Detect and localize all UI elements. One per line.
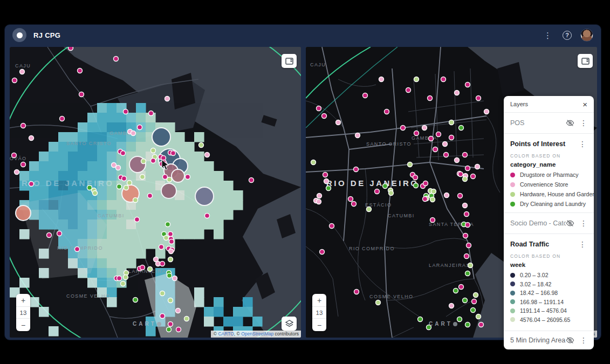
- poi-dot[interactable]: [459, 285, 464, 290]
- poi-dot[interactable]: [471, 174, 476, 179]
- poi-dot[interactable]: [317, 200, 321, 204]
- poi-dot[interactable]: [173, 276, 177, 281]
- layer-options-icon[interactable]: ⋮: [579, 119, 588, 127]
- poi-dot[interactable]: [355, 133, 360, 138]
- poi-dot[interactable]: [406, 88, 411, 93]
- poi-dot[interactable]: [443, 142, 448, 147]
- poi-dot[interactable]: [78, 68, 83, 73]
- poi-dot[interactable]: [441, 77, 446, 82]
- poi-dot[interactable]: [131, 131, 136, 136]
- poi-dot[interactable]: [168, 257, 173, 262]
- poi-dot[interactable]: [330, 224, 334, 229]
- poi-dot[interactable]: [401, 126, 406, 131]
- poi-dot[interactable]: [323, 173, 328, 177]
- poi-dot[interactable]: [138, 125, 142, 130]
- poi-dot[interactable]: [164, 236, 169, 241]
- poi-dot[interactable]: [436, 132, 441, 137]
- poi-dot[interactable]: [160, 314, 165, 319]
- poi-dot[interactable]: [184, 317, 189, 321]
- poi-dot[interactable]: [326, 186, 331, 191]
- poi-dot[interactable]: [167, 327, 172, 332]
- graduated-bubble[interactable]: [16, 205, 31, 221]
- poi-dot[interactable]: [151, 148, 156, 153]
- poi-dot[interactable]: [455, 91, 460, 95]
- poi-dot[interactable]: [444, 193, 449, 198]
- poi-dot[interactable]: [467, 243, 471, 248]
- poi-dot[interactable]: [429, 136, 434, 141]
- poi-dot[interactable]: [458, 194, 463, 198]
- poi-dot[interactable]: [93, 191, 98, 196]
- poi-dot[interactable]: [324, 179, 329, 184]
- poi-dot[interactable]: [124, 109, 128, 114]
- poi-dot[interactable]: [465, 83, 470, 87]
- poi-dot[interactable]: [322, 114, 327, 119]
- poi-dot[interactable]: [20, 70, 25, 74]
- poi-dot[interactable]: [474, 293, 478, 298]
- poi-dot[interactable]: [169, 249, 174, 254]
- poi-dot[interactable]: [168, 232, 173, 237]
- poi-dot[interactable]: [352, 202, 357, 207]
- poi-dot[interactable]: [414, 77, 419, 82]
- poi-dot[interactable]: [464, 254, 469, 259]
- poi-dot[interactable]: [15, 170, 19, 175]
- poi-dot[interactable]: [141, 159, 146, 164]
- poi-dot[interactable]: [186, 175, 190, 180]
- poi-dot[interactable]: [376, 300, 381, 305]
- poi-dot[interactable]: [375, 189, 380, 194]
- zoom-out-button[interactable]: −: [16, 319, 30, 331]
- split-view-button[interactable]: [282, 54, 297, 68]
- poi-dot[interactable]: [127, 181, 132, 186]
- poi-dot[interactable]: [317, 106, 321, 111]
- poi-dot[interactable]: [471, 308, 476, 313]
- poi-dot[interactable]: [148, 267, 153, 272]
- poi-dot[interactable]: [148, 194, 153, 198]
- poi-dot[interactable]: [114, 57, 119, 61]
- poi-dot[interactable]: [385, 109, 389, 114]
- basemap-selector-button[interactable]: [282, 317, 297, 331]
- map-panel-left[interactable]: CAJUCRISTOVÃOSANTO CRISTOGAMBOARIO DE JA…: [10, 47, 301, 338]
- poi-dot[interactable]: [444, 153, 449, 157]
- poi-dot[interactable]: [311, 160, 316, 165]
- poi-dot[interactable]: [475, 164, 480, 169]
- layer-options-icon[interactable]: ⋮: [578, 140, 587, 148]
- layer-row-driving-area[interactable]: 5 Min Driving Area ⋮: [504, 331, 594, 349]
- poi-dot[interactable]: [116, 166, 121, 170]
- poi-dot[interactable]: [422, 126, 427, 131]
- poi-dot[interactable]: [430, 197, 435, 202]
- poi-dot[interactable]: [57, 231, 62, 236]
- user-avatar[interactable]: [580, 29, 593, 42]
- poi-dot[interactable]: [465, 223, 470, 228]
- poi-dot[interactable]: [167, 273, 172, 278]
- close-icon[interactable]: ×: [582, 100, 587, 108]
- layer-options-icon[interactable]: ⋮: [579, 219, 588, 228]
- poi-dot[interactable]: [205, 153, 210, 157]
- poi-dot[interactable]: [160, 262, 165, 266]
- poi-dot[interactable]: [249, 178, 254, 183]
- carto-link[interactable]: CARTO: [218, 331, 234, 336]
- layer-row-pos[interactable]: POS ⋮: [504, 113, 594, 133]
- poi-dot[interactable]: [476, 96, 481, 101]
- poi-dot[interactable]: [168, 322, 173, 327]
- graduated-bubble[interactable]: [152, 128, 170, 146]
- poi-dot[interactable]: [75, 247, 80, 252]
- poi-dot[interactable]: [159, 245, 164, 250]
- poi-dot[interactable]: [135, 217, 140, 222]
- poi-dot[interactable]: [468, 263, 473, 268]
- poi-dot[interactable]: [472, 299, 477, 304]
- poi-dot[interactable]: [60, 116, 65, 121]
- poi-dot[interactable]: [418, 317, 423, 322]
- poi-dot[interactable]: [12, 78, 17, 83]
- visibility-off-icon[interactable]: [566, 219, 574, 228]
- poi-dot[interactable]: [449, 304, 454, 308]
- poi-dot[interactable]: [463, 233, 468, 238]
- poi-dot[interactable]: [320, 250, 325, 255]
- poi-dot[interactable]: [354, 290, 359, 294]
- poi-dot[interactable]: [455, 158, 460, 163]
- poi-dot[interactable]: [167, 177, 172, 182]
- poi-dot[interactable]: [449, 120, 454, 125]
- poi-dot[interactable]: [121, 151, 126, 156]
- poi-dot[interactable]: [171, 151, 176, 156]
- poi-dot[interactable]: [463, 177, 468, 182]
- poi-dot[interactable]: [476, 314, 481, 319]
- poi-dot[interactable]: [176, 308, 181, 313]
